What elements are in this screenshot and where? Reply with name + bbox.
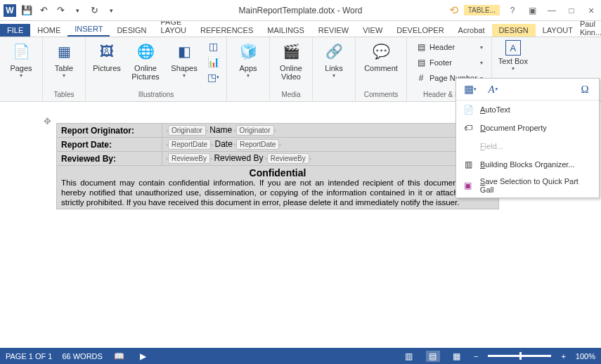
zoom-in-button[interactable]: +: [561, 352, 565, 360]
tab-home[interactable]: HOME: [30, 24, 67, 37]
pages-button[interactable]: 📄 Pages ▾: [6, 40, 37, 79]
tab-review[interactable]: REVIEW: [311, 24, 356, 37]
maximize-icon[interactable]: □: [562, 4, 581, 18]
table-button[interactable]: ▦ Table ▾: [49, 40, 79, 79]
group-tables-label: Tables: [49, 89, 79, 101]
read-mode-icon[interactable]: ▤: [426, 351, 440, 362]
row3-label[interactable]: Reviewed By:: [57, 152, 162, 166]
undo-icon[interactable]: ↶: [37, 4, 51, 18]
links-button[interactable]: 🔗 Links ▾: [318, 40, 349, 79]
shapes-label: Shapes: [171, 64, 197, 72]
content-control-tag[interactable]: RevieweBy: [168, 153, 210, 164]
word-app-icon[interactable]: W: [3, 4, 17, 18]
pictures-button[interactable]: 🖼 Pictures: [91, 40, 122, 72]
picture-icon: 🖼: [96, 40, 118, 63]
row1-value-cell[interactable]: Originator Name Originator: [162, 124, 499, 138]
autotext-item[interactable]: 📄 AutoText: [456, 100, 599, 119]
redo-icon[interactable]: ↷: [53, 4, 67, 18]
zoom-out-button[interactable]: −: [474, 352, 478, 360]
tab-design[interactable]: DESIGN: [110, 24, 153, 37]
print-layout-view-icon[interactable]: ▥: [402, 351, 416, 362]
status-bar: PAGE 1 OF 1 66 WORDS 📖 ▶ ▥ ▤ ▦ − + 100%: [0, 348, 601, 364]
table-icon: ▦: [53, 40, 75, 63]
tab-developer[interactable]: DEVELOPER: [389, 24, 451, 37]
macro-icon[interactable]: ▶: [136, 351, 150, 362]
user-name[interactable]: Paul Kinn...: [580, 20, 601, 37]
links-label: Links: [325, 64, 343, 72]
field-icon: [462, 141, 474, 152]
chevron-down-icon: ▾: [20, 72, 22, 79]
tab-references[interactable]: REFERENCES: [193, 24, 260, 37]
group-comments: 💬 Comment Comments: [356, 37, 407, 101]
shapes-button[interactable]: ◧ Shapes ▾: [169, 40, 200, 79]
building-blocks-icon: ▥: [462, 159, 474, 170]
chevron-down-icon: ▾: [480, 44, 483, 51]
table-tools-label: TABLE...: [464, 5, 500, 15]
tab-file[interactable]: FILE: [0, 24, 30, 37]
footer-button[interactable]: ▤ Footer ▾: [413, 56, 486, 70]
chart-icon[interactable]: 📊: [205, 56, 221, 68]
close-icon[interactable]: ×: [581, 4, 601, 18]
row3-value-cell[interactable]: RevieweBy Reviewed By RevieweBy: [162, 152, 499, 166]
apps-icon: 🧊: [237, 40, 259, 63]
header-button[interactable]: ▤ Header ▾: [413, 40, 486, 54]
smartart-icon[interactable]: ◫: [205, 40, 221, 53]
tab-mailings[interactable]: MAILINGS: [260, 24, 311, 37]
group-apps: 🧊 Apps ▾: [227, 37, 270, 101]
symbol-icon[interactable]: Ω: [576, 82, 593, 97]
save-icon[interactable]: 💾: [20, 4, 34, 18]
footer-label: Footer: [429, 58, 452, 67]
row1-label[interactable]: Report Originator:: [57, 124, 162, 138]
help-icon[interactable]: ?: [503, 4, 522, 18]
apps-button[interactable]: 🧊 Apps ▾: [233, 40, 264, 79]
online-pictures-button[interactable]: 🌐 Online Pictures: [128, 40, 163, 81]
online-video-button[interactable]: 🎬 Online Video: [276, 40, 306, 81]
tab-table-layout[interactable]: LAYOUT: [536, 24, 580, 37]
tab-insert[interactable]: INSERT: [67, 22, 110, 37]
web-layout-icon[interactable]: ▦: [450, 351, 464, 362]
wordart-icon[interactable]: A▾: [484, 82, 501, 97]
share-icon[interactable]: ⟲: [444, 4, 464, 18]
content-control-tag[interactable]: ReportDate: [236, 139, 279, 150]
content-control-tag[interactable]: Originator: [168, 125, 206, 136]
tab-acrobat[interactable]: Acrobat: [451, 24, 492, 37]
zoom-level[interactable]: 100%: [576, 352, 595, 360]
group-tables: ▦ Table ▾ Tables: [43, 37, 86, 101]
header-icon: ▤: [415, 41, 427, 53]
tab-table-design[interactable]: DESIGN: [492, 24, 536, 37]
row2-label[interactable]: Report Date:: [57, 138, 162, 152]
screenshot-icon[interactable]: ◳▾: [205, 71, 221, 84]
tab-view[interactable]: VIEW: [356, 24, 389, 37]
text-box-icon: A: [505, 40, 521, 56]
comment-button[interactable]: 💬 Comment: [361, 40, 401, 72]
content-control-tag[interactable]: ReportDate: [168, 139, 211, 150]
document-property-item[interactable]: 🏷 Document Property: [456, 119, 599, 137]
chevron-down-icon: ▾: [247, 72, 250, 79]
content-control-tag[interactable]: RevieweBy: [267, 153, 309, 164]
comment-label: Comment: [364, 64, 398, 72]
ribbon: 📄 Pages ▾ ▦ Table ▾ Tables 🖼 Pictures 🌐: [0, 37, 601, 102]
text-box-button[interactable]: A Text Box ▾: [498, 40, 529, 72]
table-anchor-icon[interactable]: ✥: [44, 116, 51, 126]
row2-value-cell[interactable]: ReportDate Date ReportDate: [162, 138, 499, 152]
touch-mode-icon[interactable]: ↻: [87, 4, 101, 18]
save-selection-item[interactable]: ▣ Save Selection to Quick Part Gall: [456, 174, 599, 197]
group-media: 🎬 Online Video Media: [270, 37, 313, 101]
pages-icon: 📄: [10, 40, 32, 63]
apps-label: Apps: [239, 64, 257, 72]
repeat-icon[interactable]: ▾: [70, 4, 84, 18]
building-blocks-item[interactable]: ▥ Building Blocks Organizer...: [456, 155, 599, 174]
row3-text: Reviewed By: [214, 153, 263, 163]
document-table[interactable]: Report Originator: Originator Name Origi…: [56, 123, 499, 209]
row2-text: Date: [214, 139, 232, 149]
qat-customize-icon[interactable]: ▾: [104, 4, 118, 18]
quick-parts-icon[interactable]: ▦▾: [462, 82, 479, 97]
content-control-tag[interactable]: Originator: [236, 125, 274, 136]
zoom-slider[interactable]: [488, 355, 551, 357]
confidential-cell[interactable]: Confidential This document may contain c…: [57, 166, 499, 209]
page-indicator[interactable]: PAGE 1 OF 1: [6, 352, 52, 360]
ribbon-options-icon[interactable]: ▣: [522, 4, 542, 18]
spellcheck-icon[interactable]: 📖: [112, 351, 127, 362]
word-count[interactable]: 66 WORDS: [62, 352, 102, 360]
minimize-icon[interactable]: —: [542, 4, 562, 18]
